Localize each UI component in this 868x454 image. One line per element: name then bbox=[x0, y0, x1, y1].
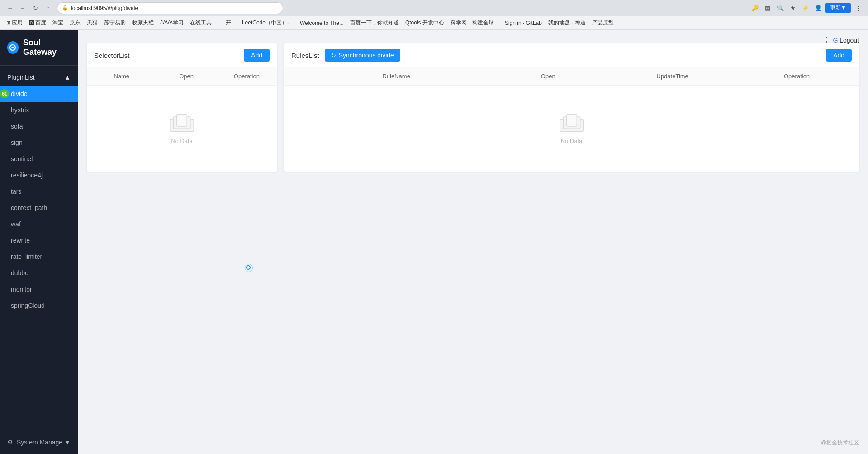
plugin-list-label: PluginList bbox=[7, 74, 35, 81]
bookmark-baidu2-label: 百度一下，你就知道 bbox=[350, 19, 399, 27]
star-icon[interactable]: ★ bbox=[787, 3, 798, 14]
bookmarks-bar: ⊞ 应用 🅱 百度 淘宝 京东 天猫 苏宁易购 收藏夹栏 JAVA学习 在线工具… bbox=[0, 16, 868, 30]
sync-button[interactable]: ↻ Synchronous divide bbox=[325, 49, 400, 62]
bookmark-apps[interactable]: ⊞ 应用 bbox=[4, 18, 25, 28]
bookmark-science-label: 科学网—构建全球... bbox=[451, 19, 498, 27]
key-icon[interactable]: 🔑 bbox=[749, 3, 760, 14]
bookmark-suning[interactable]: 苏宁易购 bbox=[101, 18, 128, 28]
rules-no-data-icon bbox=[558, 113, 585, 133]
update-button[interactable]: 更新▼ bbox=[825, 3, 851, 13]
browser-nav-buttons: ← → ↻ ⌂ bbox=[5, 3, 53, 14]
sidebar-item-sign[interactable]: sign bbox=[0, 134, 78, 151]
selector-no-data-text: No Data bbox=[171, 138, 193, 144]
system-manage-item[interactable]: ⚙ System Manage ▼ bbox=[0, 434, 78, 450]
sidebar-item-sentinel[interactable]: sentinel bbox=[0, 151, 78, 167]
cursor-indicator bbox=[246, 265, 255, 274]
sync-button-label: Synchronous divide bbox=[339, 52, 394, 59]
selector-add-button[interactable]: Add bbox=[244, 49, 270, 62]
sidebar-item-dubbo[interactable]: dubbo bbox=[0, 265, 78, 281]
sync-icon: ↻ bbox=[331, 52, 336, 59]
plugin-list-collapse-icon: ▲ bbox=[64, 74, 71, 81]
sidebar-item-rate-limiter[interactable]: rate_limiter bbox=[0, 249, 78, 265]
bookmark-tools[interactable]: 在线工具 —— 开... bbox=[187, 18, 238, 28]
system-manage-label: System Manage bbox=[17, 439, 62, 446]
selector-col-name: Name bbox=[87, 67, 157, 85]
menu-icon[interactable]: ⋮ bbox=[853, 3, 863, 14]
badge: 61 bbox=[0, 89, 9, 98]
rules-col-rulename: RuleName bbox=[307, 67, 486, 85]
sidebar-item-rewrite[interactable]: rewrite bbox=[0, 232, 78, 249]
extensions-icon[interactable]: ⚡ bbox=[800, 3, 811, 14]
bookmark-jd[interactable]: 京东 bbox=[67, 18, 83, 28]
rules-no-data: No Data bbox=[284, 86, 859, 172]
sidebar-item-tars[interactable]: tars bbox=[0, 183, 78, 200]
bookmark-tmall-label: 天猫 bbox=[87, 19, 98, 27]
sidebar-item-hystrix[interactable]: hystrix bbox=[0, 102, 78, 118]
baidu-icon: 🅱 bbox=[29, 20, 34, 26]
refresh-button[interactable]: ↻ bbox=[30, 3, 41, 14]
sidebar-item-springcloud[interactable]: springCloud bbox=[0, 297, 78, 314]
sidebar-logo-text: Soul Gateway bbox=[23, 38, 71, 57]
sidebar: Soul Gateway PluginList ▲ 61 divide hyst… bbox=[0, 30, 78, 454]
zoom-icon[interactable]: 🔍 bbox=[775, 3, 786, 14]
bookmark-taobao[interactable]: 淘宝 bbox=[50, 18, 66, 28]
svg-rect-3 bbox=[177, 115, 187, 126]
home-button[interactable]: ⌂ bbox=[43, 3, 53, 14]
bookmark-favorites-label: 收藏夹栏 bbox=[132, 19, 154, 27]
rules-list-title: RulesList bbox=[291, 52, 319, 59]
bookmark-gitlab[interactable]: Sign in · GitLab bbox=[502, 19, 545, 27]
rules-col-updatetime: UpdateTime bbox=[610, 67, 735, 85]
sidebar-item-waf[interactable]: waf bbox=[0, 216, 78, 232]
rules-add-button[interactable]: Add bbox=[826, 49, 852, 62]
bookmark-leetcode-label: LeetCode（中国）-... bbox=[242, 19, 294, 27]
bookmark-leetcode[interactable]: LeetCode（中国）-... bbox=[239, 18, 296, 28]
sidebar-item-monitor[interactable]: monitor bbox=[0, 281, 78, 297]
bookmark-baidu-label: 百度 bbox=[35, 19, 46, 27]
sidebar-item-resilience4j[interactable]: resilience4j bbox=[0, 167, 78, 183]
expand-icon[interactable]: ⛶ bbox=[820, 36, 827, 44]
logout-label[interactable]: Logout bbox=[840, 37, 859, 44]
bookmark-science[interactable]: 科学网—构建全球... bbox=[448, 18, 501, 28]
rules-header-left: RulesList ↻ Synchronous divide bbox=[291, 49, 400, 62]
bookmark-favorites[interactable]: 收藏夹栏 bbox=[129, 18, 157, 28]
selector-list-panel: SelectorList Add Name Open Operation bbox=[87, 43, 277, 172]
sidebar-plugin-section: PluginList ▲ 61 divide hystrix sofa sign… bbox=[0, 66, 78, 317]
plugin-list-header[interactable]: PluginList ▲ bbox=[0, 69, 78, 86]
sidebar-item-divide[interactable]: divide bbox=[0, 86, 78, 102]
app-layout: Soul Gateway PluginList ▲ 61 divide hyst… bbox=[0, 30, 868, 454]
logout-button[interactable]: G Logout bbox=[833, 37, 859, 44]
profile-icon[interactable]: 👤 bbox=[813, 3, 824, 14]
panels-row: SelectorList Add Name Open Operation bbox=[87, 43, 859, 172]
svg-rect-6 bbox=[566, 115, 577, 126]
rules-table-header: RuleName Open UpdateTime Operation bbox=[284, 67, 859, 86]
rules-panel-header: RulesList ↻ Synchronous divide Add bbox=[284, 43, 859, 67]
bookmark-java[interactable]: JAVA学习 bbox=[157, 18, 186, 28]
system-expand-icon: ▼ bbox=[64, 439, 71, 446]
bookmark-tmall[interactable]: 天猫 bbox=[84, 18, 100, 28]
bookmark-chandao[interactable]: 我的地盘 - 禅道 bbox=[545, 18, 588, 28]
bookmark-baidu2[interactable]: 百度一下，你就知道 bbox=[347, 18, 402, 28]
google-icon: G bbox=[833, 37, 838, 44]
rules-col-checkbox bbox=[284, 67, 307, 85]
apps-icon: ⊞ bbox=[6, 20, 10, 26]
rules-col-operation: Operation bbox=[735, 67, 859, 85]
sidebar-bottom: ⚙ System Manage ▼ bbox=[0, 430, 78, 454]
bookmark-prototype[interactable]: 产品原型 bbox=[589, 18, 617, 28]
settings-icon: ⚙ bbox=[7, 439, 13, 446]
back-button[interactable]: ← bbox=[5, 3, 15, 14]
main-content: ⛶ G Logout SelectorList Add Name Open Op… bbox=[78, 30, 868, 454]
rules-list-panel: RulesList ↻ Synchronous divide Add RuleN… bbox=[284, 43, 859, 172]
bookmark-qtools[interactable]: Qtools 开发中心 bbox=[403, 18, 447, 28]
forward-button[interactable]: → bbox=[17, 3, 28, 14]
cast-icon[interactable]: ▩ bbox=[762, 3, 773, 14]
watermark-text: @掘金技术社区 bbox=[821, 440, 859, 446]
url-text: localhost:9095/#/plug/divide bbox=[71, 5, 138, 11]
bookmark-baidu[interactable]: 🅱 百度 bbox=[26, 18, 49, 28]
address-bar[interactable]: 🔒 localhost:9095/#/plug/divide bbox=[57, 2, 283, 14]
sidebar-item-sofa[interactable]: sofa bbox=[0, 118, 78, 134]
bookmark-welcome[interactable]: Welcome to The... bbox=[297, 19, 346, 27]
bookmark-jd-label: 京东 bbox=[70, 19, 81, 27]
sidebar-item-context-path[interactable]: context_path bbox=[0, 200, 78, 216]
bookmark-suning-label: 苏宁易购 bbox=[104, 19, 126, 27]
bookmark-gitlab-label: Sign in · GitLab bbox=[505, 20, 542, 26]
